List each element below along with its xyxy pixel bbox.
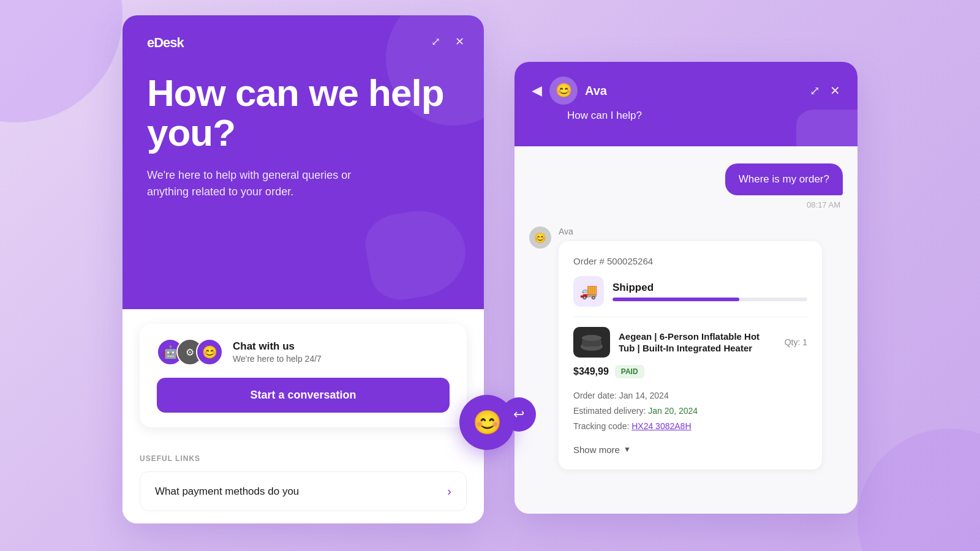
useful-link-arrow-icon: › <box>447 484 451 498</box>
bot-message-wrapper: 😊 Ava Order # 500025264 🚚 Shipped <box>529 227 843 470</box>
useful-link-text: What payment methods do you <box>155 485 447 498</box>
chat-card-top: 🤖 ⚙ 😊 Chat with us We're here to help 24… <box>157 339 450 365</box>
start-conversation-button[interactable]: Start a conversation <box>157 378 450 413</box>
order-details: Order date: Jan 14, 2024 Estimated deliv… <box>573 388 807 435</box>
order-status-info: Shipped <box>612 282 807 301</box>
product-price-row: $349,99 PAID <box>573 365 807 378</box>
chat-close-button[interactable]: ✕ <box>830 83 840 98</box>
bot-name: Ava <box>585 84 607 98</box>
chat-help-text: How can I help? <box>532 110 840 122</box>
sub-heading: We're here to help with general queries … <box>147 167 392 200</box>
chat-expand-button[interactable]: ⤢ <box>810 83 820 98</box>
chat-back-button[interactable]: ◀ <box>532 83 542 99</box>
svg-point-2 <box>582 335 601 341</box>
estimated-delivery-row: Estimated delivery: Jan 20, 2024 <box>573 403 807 419</box>
progress-bar-track <box>612 298 807 301</box>
tracking-row: Tracking code: HX24 3082A8H <box>573 419 807 434</box>
message-time: 08:17 AM <box>529 200 843 209</box>
progress-bar-fill <box>612 298 739 301</box>
edesk-logo: eDesk <box>147 35 459 51</box>
expand-button[interactable]: ⤢ <box>429 32 443 51</box>
left-panel-header: eDesk ⤢ ✕ How can we help you? We're her… <box>123 15 484 309</box>
header-controls: ⤢ ✕ <box>429 32 467 51</box>
chat-header: ◀ 😊 Ava ⤢ ✕ How can I help? <box>514 62 858 146</box>
main-heading: How can we help you? <box>147 73 459 152</box>
avatar-group: 🤖 ⚙ 😊 <box>157 339 223 365</box>
right-panel: ◀ 😊 Ava ⤢ ✕ How can I help? Where is my … <box>514 62 858 514</box>
product-info: Aegean | 6-Person Inflatable Hot Tub | B… <box>619 331 776 354</box>
user-message-wrapper: Where is my order? <box>529 163 843 195</box>
left-panel: eDesk ⤢ ✕ How can we help you? We're her… <box>123 15 484 523</box>
close-button[interactable]: ✕ <box>453 32 467 51</box>
chat-header-top: ◀ 😊 Ava ⤢ ✕ <box>532 77 840 105</box>
avatar-3: 😊 <box>196 339 223 365</box>
order-status-row: 🚚 Shipped <box>573 276 807 307</box>
bot-message-content: Ava Order # 500025264 🚚 Shipped <box>559 227 822 470</box>
chat-body: Where is my order? 08:17 AM 😊 Ava Order … <box>514 146 858 514</box>
show-more-button[interactable]: Show more ▼ <box>573 444 631 455</box>
floating-bot-icon[interactable]: 😊 <box>459 395 514 450</box>
chat-card-subtitle: We're here to help 24/7 <box>233 354 322 364</box>
chat-header-left: ◀ 😊 Ava <box>532 77 607 105</box>
divider-1 <box>573 317 807 317</box>
product-row: Aegean | 6-Person Inflatable Hot Tub | B… <box>573 327 807 358</box>
order-number: Order # 500025264 <box>573 256 807 266</box>
product-qty: Qty: 1 <box>785 337 807 347</box>
chat-header-right: ⤢ ✕ <box>810 83 840 98</box>
useful-link-item[interactable]: What payment methods do you › <box>140 471 467 511</box>
product-price: $349,99 <box>573 366 609 377</box>
chat-card: 🤖 ⚙ 😊 Chat with us We're here to help 24… <box>140 324 467 427</box>
show-more-arrow-icon: ▼ <box>624 445 631 454</box>
paid-badge: PAID <box>615 365 644 378</box>
bot-avatar: 😊 <box>549 77 578 105</box>
chat-card-text: Chat with us We're here to help 24/7 <box>233 340 322 364</box>
bot-message-avatar: 😊 <box>529 227 551 249</box>
useful-links-section: USEFUL LINKS What payment methods do you… <box>123 442 484 523</box>
order-date-row: Order date: Jan 14, 2024 <box>573 388 807 403</box>
useful-links-label: USEFUL LINKS <box>140 454 467 463</box>
user-message: Where is my order? <box>725 163 843 195</box>
bot-label: Ava <box>559 227 822 236</box>
product-name: Aegean | 6-Person Inflatable Hot Tub | B… <box>619 331 776 354</box>
show-more-label: Show more <box>573 444 620 455</box>
product-image <box>573 327 610 358</box>
order-icon: 🚚 <box>573 276 604 307</box>
logo-text: eDesk <box>147 35 184 51</box>
chat-card-title: Chat with us <box>233 340 322 353</box>
order-status-label: Shipped <box>612 282 807 294</box>
order-card: Order # 500025264 🚚 Shipped <box>559 241 822 470</box>
